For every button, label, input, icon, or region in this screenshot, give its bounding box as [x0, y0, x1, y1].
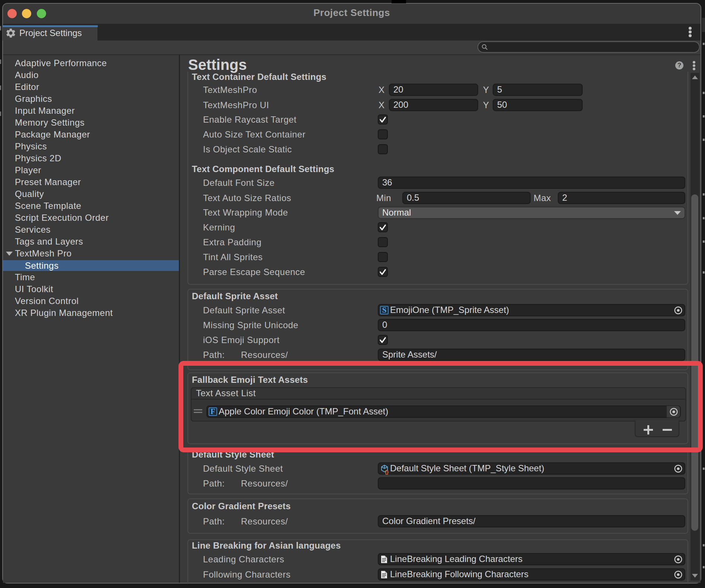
svg-text:{}: {}	[385, 469, 389, 475]
